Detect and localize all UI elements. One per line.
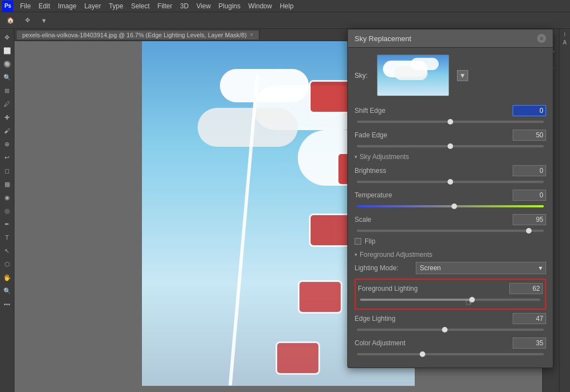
sky-adjustments-label: Sky Adjustments: [360, 153, 409, 161]
foreground-lighting-highlighted: Foreground Lighting ☞: [355, 279, 546, 310]
brightness-slider-track[interactable]: [357, 181, 544, 183]
tool-move[interactable]: ✥: [1, 31, 13, 43]
brightness-label: Brightness: [355, 167, 421, 175]
tool-magic-wand[interactable]: 🔍: [1, 71, 13, 83]
sky-panel-body: Sky: ▼ Shift Edge Fade Edge: [348, 48, 553, 368]
menu-3d[interactable]: 3D: [176, 1, 191, 11]
menu-type[interactable]: Type: [105, 1, 126, 11]
brightness-slider-thumb[interactable]: [448, 179, 453, 185]
flip-checkbox[interactable]: [355, 238, 361, 245]
temperature-row: Temperature: [355, 188, 546, 202]
color-adjustment-input[interactable]: [513, 338, 546, 349]
tool-crop[interactable]: ⊞: [1, 85, 13, 97]
shift-edge-input[interactable]: [513, 105, 546, 116]
foreground-adjustments-label: Foreground Adjustments: [360, 251, 433, 259]
shift-edge-slider-thumb[interactable]: [448, 119, 453, 125]
brightness-input[interactable]: [513, 165, 546, 176]
color-adjustment-label: Color Adjustment: [355, 339, 421, 347]
shift-edge-slider-row: [355, 121, 546, 123]
right-icon-2[interactable]: A: [563, 39, 567, 46]
edge-lighting-slider-thumb[interactable]: [442, 327, 448, 333]
sky-thumbnail: [377, 54, 449, 96]
flip-row: Flip: [355, 237, 546, 245]
sky-panel-close-btn[interactable]: ×: [537, 34, 546, 43]
shift-edge-slider-track[interactable]: [357, 121, 544, 123]
shift-edge-label: Shift Edge: [355, 107, 421, 115]
foreground-lighting-label: Foreground Lighting: [358, 285, 425, 292]
tool-more[interactable]: •••: [1, 298, 13, 310]
foreground-lighting-input[interactable]: [509, 283, 543, 294]
lighting-mode-label: Lighting Mode:: [355, 264, 416, 272]
color-adjustment-slider-track[interactable]: [357, 353, 544, 355]
temperature-input[interactable]: [513, 190, 546, 201]
canvas-tab[interactable]: pexels-elina-volkova-18403914.jpg @ 16.7…: [17, 31, 259, 39]
color-adjustment-slider-thumb[interactable]: [420, 351, 425, 357]
foreground-lighting-slider-track[interactable]: [360, 299, 540, 301]
tool-history-brush[interactable]: ↩: [1, 151, 13, 163]
tool-brush[interactable]: 🖌: [1, 125, 13, 137]
sky-panel-title: Sky Replacement: [355, 34, 411, 43]
tool-zoom[interactable]: 🔍: [1, 285, 13, 297]
tool-shape[interactable]: ⬡: [1, 258, 13, 270]
scale-slider-thumb[interactable]: [526, 228, 532, 234]
tool-pen[interactable]: ✒: [1, 218, 13, 230]
temperature-label: Temperature: [355, 191, 421, 199]
tool-text[interactable]: T: [1, 231, 13, 244]
tool-rectangle-select[interactable]: ⬜: [1, 44, 13, 57]
tool-heal[interactable]: ✚: [1, 111, 13, 123]
scale-slider-track[interactable]: [357, 230, 544, 232]
sky-adjustments-arrow: ▾: [355, 154, 357, 160]
fade-edge-label: Fade Edge: [355, 131, 421, 139]
temperature-slider-thumb[interactable]: [451, 204, 457, 209]
gondola-5: [276, 341, 320, 375]
edge-lighting-slider-track[interactable]: [357, 329, 544, 331]
tab-close[interactable]: ×: [250, 32, 253, 38]
menu-edit[interactable]: Edit: [35, 1, 53, 11]
toolbar-arrow[interactable]: ▼: [38, 14, 50, 27]
fade-edge-slider-thumb[interactable]: [448, 143, 453, 149]
tool-lasso[interactable]: 🔘: [1, 58, 13, 70]
right-icons: ⁞ A: [559, 29, 570, 392]
tool-eraser[interactable]: ◻: [1, 165, 13, 177]
move-btn[interactable]: ✥: [21, 14, 33, 27]
sky-dropdown-btn[interactable]: ▼: [457, 70, 468, 81]
sky-adjustments-header: ▾ Sky Adjustments: [355, 153, 546, 161]
temperature-slider-track[interactable]: [357, 205, 544, 207]
menu-view[interactable]: View: [193, 1, 214, 11]
tool-dodge[interactable]: ◎: [1, 205, 13, 217]
menu-file[interactable]: File: [17, 1, 34, 11]
edge-lighting-input[interactable]: [513, 313, 546, 324]
menu-filter[interactable]: Filter: [154, 1, 176, 11]
right-icon-1[interactable]: ⁞: [564, 31, 566, 37]
tool-clone[interactable]: ⊕: [1, 138, 13, 150]
menu-plugins[interactable]: Plugins: [215, 1, 244, 11]
tool-path-select[interactable]: ↖: [1, 245, 13, 257]
scale-slider-row: [355, 230, 546, 232]
home-btn[interactable]: 🏠: [4, 14, 17, 27]
shift-edge-row: Shift Edge: [355, 104, 546, 117]
cloud-3: [198, 108, 298, 147]
tool-hand[interactable]: 🖐: [1, 271, 13, 284]
scale-input[interactable]: [513, 214, 546, 225]
tool-blur[interactable]: ◉: [1, 191, 13, 204]
sky-panel-header: Sky Replacement ×: [348, 29, 553, 48]
toolbar: 🏠 ✥ ▼: [0, 12, 570, 29]
menu-window[interactable]: Window: [245, 1, 276, 11]
lighting-mode-select[interactable]: Screen ▾: [416, 262, 546, 274]
tools-panel: ✥ ⬜ 🔘 🔍 ⊞ 🖊 ✚ 🖌 ⊕ ↩ ◻ ▦ ◉ ◎ ✒ T ↖ ⬡ 🖐 🔍 …: [0, 29, 14, 392]
menu-image[interactable]: Image: [55, 1, 80, 11]
tool-gradient[interactable]: ▦: [1, 178, 13, 190]
gondola-4: [298, 280, 342, 314]
menu-select[interactable]: Select: [127, 1, 153, 11]
fade-edge-input[interactable]: [513, 130, 546, 141]
sky-selector-row: Sky: ▼: [355, 54, 546, 96]
fade-edge-slider-track[interactable]: [357, 145, 544, 147]
scale-row: Scale: [355, 213, 546, 226]
menu-layer[interactable]: Layer: [81, 1, 104, 11]
tool-eyedropper[interactable]: 🖊: [1, 98, 13, 110]
color-adjustment-row: Color Adjustment: [355, 336, 546, 350]
menu-help[interactable]: Help: [277, 1, 297, 11]
foreground-lighting-row: Foreground Lighting: [358, 282, 543, 295]
edge-lighting-label: Edge Lighting: [355, 315, 421, 322]
foreground-lighting-slider-thumb[interactable]: [469, 297, 475, 302]
